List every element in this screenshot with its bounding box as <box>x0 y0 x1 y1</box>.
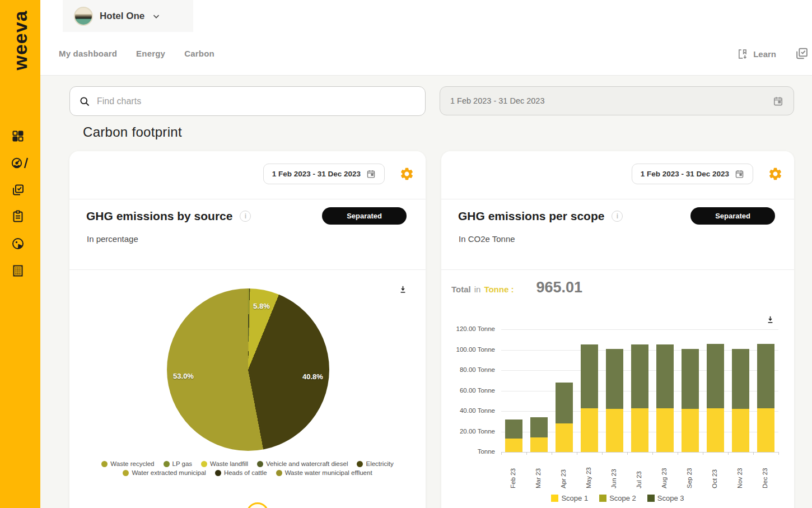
x-axis-label: Feb 23 <box>510 458 516 488</box>
bar-segment-scope-1 <box>505 439 522 452</box>
pie-legend-item[interactable]: Waste water municipal effluent <box>276 469 372 476</box>
x-axis-tick-mark <box>602 452 603 455</box>
building-icon[interactable] <box>11 264 30 278</box>
legend-dot <box>164 461 170 467</box>
total-label: Total <box>451 285 471 294</box>
pie-slice-label: 5.8% <box>253 302 270 310</box>
legend-square <box>551 495 558 502</box>
x-axis-tick-mark <box>501 452 502 455</box>
y-axis-tick: 100.00 Tonne <box>441 346 495 353</box>
calendar-icon <box>366 169 376 179</box>
legend-dot <box>257 461 263 467</box>
pie-legend-item[interactable]: Waste landfill <box>201 460 248 467</box>
x-axis-label: Nov 23 <box>736 458 743 488</box>
legend-square <box>647 495 655 502</box>
gauge-limits-icon[interactable] <box>11 156 30 171</box>
x-axis-label: Mar 23 <box>535 458 542 488</box>
info-icon[interactable]: i <box>612 211 623 222</box>
download-icon[interactable] <box>398 285 408 294</box>
pie-card-date-value: 1 Feb 2023 - 31 Dec 2023 <box>272 170 361 178</box>
legend-dot <box>201 461 207 467</box>
feedback-face-icon[interactable] <box>11 237 30 251</box>
legend-dot <box>276 470 282 476</box>
gear-icon[interactable] <box>768 166 783 181</box>
bar-segment-scope-1 <box>682 409 699 452</box>
total-row: Total in Tonne : 965.01 <box>451 279 582 296</box>
x-axis-tick-mark <box>728 452 729 455</box>
x-axis-tick-mark <box>526 452 527 455</box>
bar-segment-scope-1 <box>556 423 573 452</box>
global-date-range-value: 1 Feb 2023 - 31 Dec 2023 <box>450 96 544 105</box>
bar-oct-23 <box>703 329 728 452</box>
y-axis-tick: 60.00 Tonne <box>441 387 495 394</box>
bar-feb-23 <box>501 329 526 452</box>
pie-slice-label: 40.8% <box>302 372 323 380</box>
pie-legend-item[interactable]: Waste recycled <box>101 460 154 467</box>
bar-may-23 <box>577 329 602 452</box>
x-axis-label: May 23 <box>585 458 592 488</box>
page-title: Carbon footprint <box>83 124 182 140</box>
ghg-source-card: 1 Feb 2023 - 31 Dec 2023 GHG emissions b… <box>69 151 426 508</box>
bar-segment-scope-3 <box>505 420 522 439</box>
pie-legend-item[interactable]: Heads of cattle <box>215 469 267 476</box>
chart-search <box>69 86 426 116</box>
tab-energy[interactable]: Energy <box>136 49 165 58</box>
nav-tabs: My dashboardEnergyCarbon <box>59 49 214 58</box>
tab-my-dashboard[interactable]: My dashboard <box>59 49 117 58</box>
bar-legend-item-scope-2[interactable]: Scope 2 <box>599 494 636 502</box>
bar-separated-button[interactable]: Separated <box>690 207 775 225</box>
pie-card-date-range[interactable]: 1 Feb 2023 - 31 Dec 2023 <box>263 164 385 184</box>
pie-legend-item[interactable]: Water extracted municipal <box>123 469 206 476</box>
y-axis-tick: 20.00 Tonne <box>441 428 495 435</box>
gear-icon[interactable] <box>399 166 414 181</box>
hotel-avatar <box>74 7 93 26</box>
x-axis-tick-mark <box>778 452 779 455</box>
x-axis-tick-mark <box>703 452 703 455</box>
bar-nov-23 <box>728 329 753 452</box>
x-axis-tick-mark <box>627 452 628 455</box>
review-check-icon[interactable] <box>11 183 30 198</box>
dashboard-grid-icon[interactable] <box>11 129 30 144</box>
feedback-bubble[interactable] <box>246 502 269 508</box>
workspace-switcher[interactable]: Hotel One <box>63 0 193 32</box>
bar-legend-item-scope-1[interactable]: Scope 1 <box>551 494 588 502</box>
x-axis-tick-mark <box>652 452 653 455</box>
bar-segment-scope-3 <box>732 349 749 409</box>
tasks-icon[interactable] <box>795 46 809 60</box>
ghg-scope-bar-chart: 120.00 Tonne100.00 Tonne80.00 Tonne60.00… <box>441 322 794 496</box>
clipboard-icon[interactable] <box>11 209 30 224</box>
pie-legend-item[interactable]: Electricity <box>357 460 393 467</box>
x-axis-tick-mark <box>552 452 552 455</box>
tab-carbon[interactable]: Carbon <box>184 49 214 58</box>
bar-segment-scope-1 <box>631 408 648 452</box>
divider <box>69 199 426 199</box>
y-axis-tick: 40.00 Tonne <box>441 407 495 414</box>
x-axis-label: Aug 23 <box>661 458 668 488</box>
bar-segment-scope-1 <box>757 408 774 452</box>
pie-legend-item[interactable]: LP gas <box>164 460 193 467</box>
legend-dot <box>215 470 221 476</box>
search-input[interactable] <box>97 96 416 106</box>
pie-legend-item[interactable]: Vehicle and watercraft diesel <box>257 460 348 467</box>
x-axis-label: Oct 23 <box>711 458 718 488</box>
x-axis-tick-mark <box>678 452 678 455</box>
ghg-scope-card: 1 Feb 2023 - 31 Dec 2023 GHG emissions p… <box>441 151 794 508</box>
pie-separated-button[interactable]: Separated <box>322 207 407 225</box>
divider <box>69 269 426 270</box>
pie-slice-label: 53.0% <box>173 371 194 380</box>
weeva-logo: weeva <box>10 10 31 70</box>
learn-button[interactable]: Learn <box>736 32 776 76</box>
pie-card-subtitle: In percentage <box>87 234 138 244</box>
bar-card-date-range[interactable]: 1 Feb 2023 - 31 Dec 2023 <box>632 164 753 184</box>
bar-segment-scope-1 <box>530 437 548 452</box>
bar-legend-item-scope-3[interactable]: Scope 3 <box>647 494 684 502</box>
legend-dot <box>357 461 363 467</box>
legend-dot <box>123 470 129 476</box>
bar-apr-23 <box>552 329 577 452</box>
total-conj: in <box>474 285 481 294</box>
legend-square <box>599 495 606 502</box>
info-icon[interactable]: i <box>240 211 251 222</box>
global-date-range[interactable]: 1 Feb 2023 - 31 Dec 2023 <box>440 86 794 115</box>
learn-book-icon <box>736 48 748 60</box>
bar-segment-scope-3 <box>581 344 598 408</box>
